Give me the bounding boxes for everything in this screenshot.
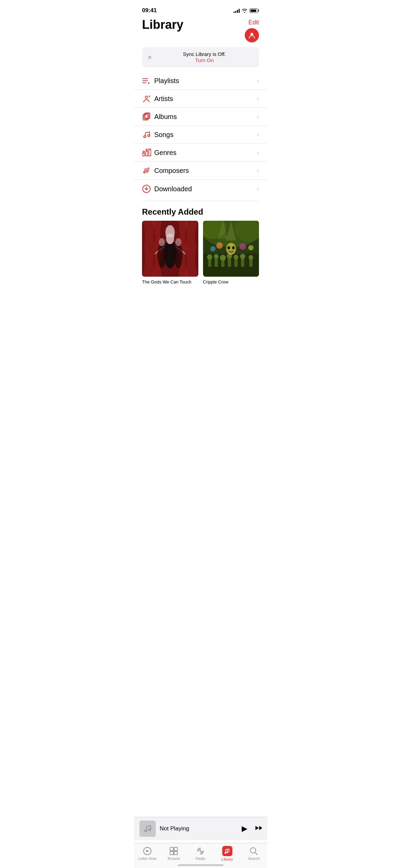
sync-message: Sync Library is Off. <box>183 51 226 57</box>
svg-point-50 <box>216 242 222 249</box>
avatar-button[interactable] <box>245 28 259 42</box>
svg-rect-41 <box>215 258 218 267</box>
composers-label: Composers <box>154 167 257 175</box>
svg-point-0 <box>250 33 253 36</box>
svg-rect-42 <box>221 259 224 267</box>
person-icon <box>248 32 256 39</box>
genres-chevron: › <box>257 149 259 156</box>
svg-rect-13 <box>146 151 148 156</box>
status-icons <box>234 8 259 13</box>
albums-grid: The Gods We Can Touch <box>134 221 267 285</box>
svg-point-10 <box>144 136 146 138</box>
albums-label: Albums <box>154 113 257 121</box>
sync-banner: ✕ Sync Library is Off. Turn On <box>142 47 259 67</box>
playlists-icon <box>142 77 154 85</box>
sidebar-item-artists[interactable]: Artists › <box>134 90 267 108</box>
svg-rect-44 <box>234 258 238 267</box>
svg-point-48 <box>227 246 230 249</box>
playlists-label: Playlists <box>154 77 257 85</box>
album-art-2 <box>203 221 259 277</box>
sidebar-item-albums[interactable]: Albums › <box>134 108 267 126</box>
svg-point-53 <box>248 245 254 251</box>
sidebar-item-playlists[interactable]: Playlists › <box>134 72 267 90</box>
album-title-2: Cripple Crow <box>203 279 228 284</box>
svg-point-16 <box>146 149 148 151</box>
svg-point-25 <box>159 238 165 246</box>
sidebar-item-songs[interactable]: Songs › <box>134 126 267 144</box>
edit-button[interactable]: Edit <box>248 18 259 26</box>
svg-point-51 <box>239 243 246 250</box>
svg-rect-46 <box>249 259 253 267</box>
svg-point-19 <box>146 171 148 173</box>
svg-point-17 <box>149 149 151 150</box>
svg-point-27 <box>175 238 181 246</box>
svg-point-15 <box>143 151 145 153</box>
sync-action-button[interactable]: Turn On <box>195 57 214 63</box>
svg-point-24 <box>158 243 166 268</box>
playlists-chevron: › <box>257 77 259 84</box>
svg-point-37 <box>234 255 238 259</box>
status-bar: 09:41 <box>134 0 267 16</box>
svg-point-52 <box>210 246 216 251</box>
svg-rect-40 <box>208 258 211 267</box>
svg-point-47 <box>226 243 236 255</box>
sidebar-item-downloaded[interactable]: Downloaded › <box>134 180 267 198</box>
downloaded-chevron: › <box>257 185 259 193</box>
artists-label: Artists <box>154 95 257 103</box>
sidebar-item-composers[interactable]: Composers › <box>134 162 267 180</box>
svg-point-34 <box>214 254 219 259</box>
sync-text: Sync Library is Off. Turn On <box>155 51 254 63</box>
album-card-2[interactable]: Cripple Crow <box>203 221 259 285</box>
albums-icon <box>142 113 154 121</box>
battery-icon <box>249 8 259 13</box>
wifi-icon <box>242 8 247 13</box>
genres-icon <box>142 149 154 157</box>
album-card-1[interactable]: The Gods We Can Touch <box>142 221 198 285</box>
page-title: Library <box>142 18 183 32</box>
svg-rect-12 <box>143 153 145 156</box>
composers-icon <box>142 166 154 175</box>
recently-added-section: Recently Added <box>134 201 267 285</box>
genres-label: Genres <box>154 149 257 157</box>
library-menu: Playlists › Artists › Albums › <box>134 72 267 198</box>
composers-chevron: › <box>257 167 259 174</box>
downloaded-label: Downloaded <box>154 185 257 193</box>
songs-chevron: › <box>257 131 259 138</box>
svg-point-39 <box>248 255 253 260</box>
albums-chevron: › <box>257 113 259 120</box>
svg-point-4 <box>145 96 148 99</box>
sync-close-button[interactable]: ✕ <box>147 54 152 61</box>
songs-icon <box>142 131 154 139</box>
songs-label: Songs <box>154 131 257 139</box>
sidebar-item-genres[interactable]: Genres › <box>134 144 267 162</box>
svg-point-11 <box>148 135 150 137</box>
svg-rect-43 <box>228 258 231 267</box>
downloaded-icon <box>142 184 154 193</box>
svg-point-49 <box>232 246 235 249</box>
album-art-1 <box>142 221 198 277</box>
artists-chevron: › <box>257 95 259 102</box>
svg-rect-14 <box>149 150 151 156</box>
artists-icon <box>142 95 154 103</box>
status-time: 09:41 <box>142 7 157 14</box>
album-title-1: The Gods We Can Touch <box>142 279 192 284</box>
svg-rect-45 <box>241 258 244 267</box>
svg-point-26 <box>174 243 182 268</box>
svg-point-18 <box>144 172 145 173</box>
signal-icon <box>234 8 240 13</box>
recently-added-title: Recently Added <box>134 201 267 221</box>
